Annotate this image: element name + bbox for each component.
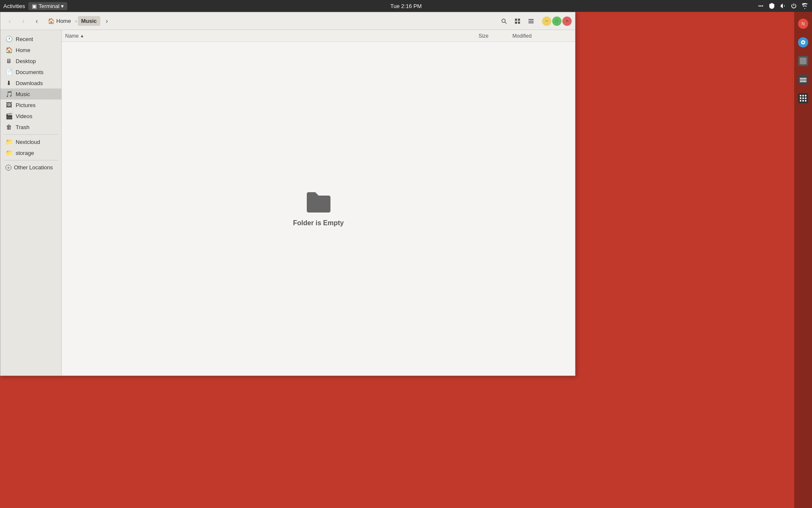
sidebar-item-other-locations[interactable]: + Other Locations xyxy=(0,162,61,173)
column-headers: Name ▲ Size Modified xyxy=(62,30,575,42)
sidebar-label-downloads: Downloads xyxy=(16,80,43,86)
content-area: 🕐 Recent 🏠 Home 🖥 Desktop 📄 Documents ⬇ … xyxy=(0,30,575,375)
pictures-icon: 🖼 xyxy=(6,102,12,108)
breadcrumb-home-label: Home xyxy=(56,18,71,24)
sidebar-item-trash[interactable]: 🗑 Trash xyxy=(0,121,61,133)
svg-rect-17 xyxy=(800,58,806,64)
svg-rect-8 xyxy=(518,22,520,24)
terminal-label: Terminal xyxy=(39,3,59,9)
column-modified-label: Modified xyxy=(512,33,531,39)
svg-text:N: N xyxy=(801,22,804,26)
back-button[interactable]: ‹ xyxy=(4,15,16,27)
column-size-header[interactable]: Size xyxy=(479,33,512,39)
sidebar-item-music[interactable]: 🎵 Music xyxy=(0,88,61,99)
dock-item-5[interactable] xyxy=(795,91,811,106)
sidebar-item-downloads[interactable]: ⬇ Downloads xyxy=(0,77,61,88)
svg-rect-21 xyxy=(800,81,806,82)
svg-point-27 xyxy=(802,97,804,99)
sidebar-label-storage: storage xyxy=(16,150,34,156)
view-toggle-button[interactable] xyxy=(512,15,523,27)
power-icon[interactable] xyxy=(790,2,798,10)
network-icon[interactable] xyxy=(801,2,809,10)
svg-point-0 xyxy=(759,6,760,7)
topbar-datetime: Tue 2:16 PM xyxy=(391,3,422,9)
search-button[interactable] xyxy=(498,15,510,27)
history-back-button[interactable]: ‹ xyxy=(31,15,43,27)
sidebar-label-videos: Videos xyxy=(16,113,33,119)
breadcrumb-separator: › xyxy=(75,18,77,24)
column-name-header[interactable]: Name ▲ xyxy=(65,33,479,39)
topbar-left: Activities ▣ Terminal ▾ xyxy=(3,2,67,10)
minimize-button[interactable]: ─ xyxy=(542,17,551,26)
activities-button[interactable]: Activities xyxy=(3,3,25,9)
downloads-icon: ⬇ xyxy=(6,80,12,86)
trash-icon: 🗑 xyxy=(6,124,12,130)
sidebar-label-other-locations: Other Locations xyxy=(14,164,53,171)
forward-button[interactable]: › xyxy=(17,15,29,27)
svg-rect-7 xyxy=(515,22,517,24)
sidebar-label-documents: Documents xyxy=(16,69,44,75)
sidebar-item-pictures[interactable]: 🖼 Pictures xyxy=(0,99,61,110)
system-menu-icon[interactable] xyxy=(757,2,765,10)
svg-point-25 xyxy=(805,95,806,97)
column-modified-header[interactable]: Modified xyxy=(512,33,572,39)
svg-point-29 xyxy=(800,100,801,102)
window-controls: ─ □ ✕ xyxy=(542,17,572,26)
sidebar-item-home[interactable]: 🏠 Home xyxy=(0,44,61,55)
menu-button[interactable] xyxy=(525,15,537,27)
topbar-right xyxy=(757,2,809,10)
breadcrumb-more-button[interactable]: › xyxy=(101,15,113,27)
sidebar-separator xyxy=(4,134,58,135)
videos-icon: 🎬 xyxy=(6,113,12,119)
svg-rect-10 xyxy=(528,21,534,22)
dock-item-4[interactable] xyxy=(795,72,811,87)
svg-point-31 xyxy=(805,100,806,102)
toolbar-right xyxy=(498,15,537,27)
shield-icon[interactable] xyxy=(768,2,776,10)
nextcloud-icon: 📁 xyxy=(6,138,12,145)
svg-rect-19 xyxy=(800,78,806,79)
sidebar-label-trash: Trash xyxy=(16,124,30,130)
sidebar-item-videos[interactable]: 🎬 Videos xyxy=(0,110,61,121)
home-sidebar-icon: 🏠 xyxy=(6,47,12,53)
sidebar-separator-2 xyxy=(4,160,58,160)
sidebar-item-storage[interactable]: 📁 storage xyxy=(0,147,61,158)
svg-point-30 xyxy=(802,100,804,102)
dock-item-2[interactable] xyxy=(795,35,811,50)
breadcrumb-home[interactable]: 🏠 Home xyxy=(44,16,74,26)
svg-point-26 xyxy=(800,97,801,99)
terminal-button[interactable]: ▣ Terminal ▾ xyxy=(28,2,67,10)
svg-point-28 xyxy=(805,97,806,99)
sidebar-label-music: Music xyxy=(16,91,30,97)
dock-item-1[interactable]: N xyxy=(795,16,811,31)
svg-point-15 xyxy=(802,41,804,43)
close-button[interactable]: ✕ xyxy=(562,17,572,26)
add-location-icon: + xyxy=(6,165,11,171)
sidebar-item-nextcloud[interactable]: 📁 Nextcloud xyxy=(0,136,61,147)
sidebar-label-pictures: Pictures xyxy=(16,102,36,108)
svg-rect-9 xyxy=(528,19,534,20)
breadcrumb-music[interactable]: Music xyxy=(78,16,100,26)
svg-point-3 xyxy=(502,19,505,22)
terminal-arrow-icon: ▾ xyxy=(61,3,64,9)
terminal-icon: ▣ xyxy=(32,3,37,9)
file-manager-window: ‹ › ‹ 🏠 Home › Music › xyxy=(0,12,575,376)
empty-folder-icon xyxy=(305,190,332,214)
svg-point-2 xyxy=(762,6,763,7)
sidebar-label-nextcloud: Nextcloud xyxy=(16,139,40,145)
sidebar-item-documents[interactable]: 📄 Documents xyxy=(0,66,61,77)
svg-point-1 xyxy=(760,6,762,7)
empty-folder-text: Folder is Empty xyxy=(293,219,344,227)
breadcrumb: 🏠 Home › Music › xyxy=(44,15,496,27)
window-toolbar: ‹ › ‹ 🏠 Home › Music › xyxy=(0,12,575,30)
column-size-label: Size xyxy=(479,33,488,39)
sidebar-item-desktop[interactable]: 🖥 Desktop xyxy=(0,55,61,66)
maximize-button[interactable]: □ xyxy=(552,17,562,26)
sidebar-label-home: Home xyxy=(16,47,30,53)
sidebar-label-desktop: Desktop xyxy=(16,58,36,64)
sidebar-item-recent[interactable]: 🕐 Recent xyxy=(0,33,61,44)
sort-arrow-icon: ▲ xyxy=(80,33,84,38)
dock-item-3[interactable] xyxy=(795,53,811,69)
svg-rect-11 xyxy=(528,22,534,23)
volume-icon[interactable] xyxy=(779,2,787,10)
